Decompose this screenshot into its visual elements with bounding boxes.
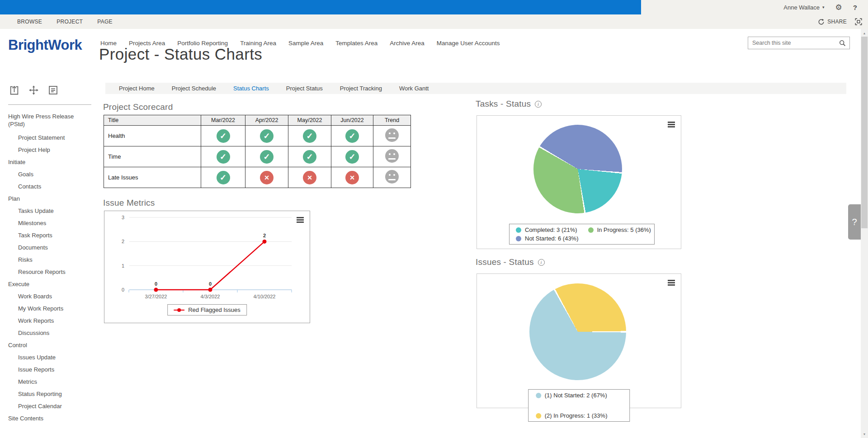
scroll-down-arrow-icon[interactable]: ▼ <box>861 430 868 438</box>
sidebar-item-metrics[interactable]: Metrics <box>8 378 86 386</box>
sidebar-item-task-reports[interactable]: Task Reports <box>8 231 86 239</box>
export-icon[interactable] <box>8 84 20 98</box>
sidebar-item-contacts[interactable]: Contacts <box>8 183 86 190</box>
sidebar-item-status-reporting[interactable]: Status Reporting <box>8 390 86 398</box>
check-status-icon: ✓ <box>217 129 230 143</box>
tab-project-schedule[interactable]: Project Schedule <box>172 85 216 92</box>
tab-status-charts[interactable]: Status Charts <box>233 85 269 92</box>
legend-item--2-in-progress[interactable]: (2) In Progress: 1 (33%) <box>536 412 608 419</box>
svg-text:2: 2 <box>263 233 266 238</box>
info-icon[interactable]: i <box>538 259 545 266</box>
check-status-icon: ✓ <box>217 171 230 184</box>
user-menu[interactable]: Anne Wallace ▾ <box>783 4 824 11</box>
sidebar-item-control[interactable]: Control <box>8 341 86 349</box>
chart-menu-icon[interactable] <box>297 217 304 223</box>
legend-item--1-not-started[interactable]: (1) Not Started: 2 (67%) <box>536 392 607 399</box>
sidebar-item-work-reports[interactable]: Work Reports <box>8 317 86 325</box>
sidebar-item-project-help[interactable]: Project Help <box>8 146 86 154</box>
svg-text:0: 0 <box>122 287 124 292</box>
sidebar-item-issue-reports[interactable]: Issue Reports <box>8 366 86 373</box>
focus-mode-button[interactable] <box>855 18 862 25</box>
sidebar-item-documents[interactable]: Documents <box>8 244 86 251</box>
ribbon-tab-project[interactable]: PROJECT <box>57 19 83 25</box>
row-title: Time <box>104 146 201 167</box>
column-header-mar-2022: Mar/2022 <box>201 115 245 126</box>
column-header-jun-2022: Jun/2022 <box>331 115 373 126</box>
svg-text:2: 2 <box>122 239 124 244</box>
column-header-trend: Trend <box>373 115 411 126</box>
top-nav-item-sample-area[interactable]: Sample Area <box>288 40 323 47</box>
brightwork-logo[interactable]: BrightWork <box>8 37 82 53</box>
help-flyout-button[interactable]: ? <box>848 204 861 240</box>
legend-label: Completed: 3 (21%) <box>525 226 577 233</box>
legend-item-not-started[interactable]: Not Started: 6 (43%) <box>516 235 579 242</box>
sidebar-item-discussions[interactable]: Discussions <box>8 329 86 337</box>
scorecard-heading: Project Scorecard <box>103 102 173 112</box>
sidebar-item-execute[interactable]: Execute <box>8 280 86 288</box>
legend-swatch <box>516 227 521 233</box>
tab-work-gantt[interactable]: Work Gantt <box>399 85 429 92</box>
check-status-icon: ✓ <box>345 150 359 164</box>
chart-menu-icon[interactable] <box>668 122 675 127</box>
svg-text:3: 3 <box>122 215 124 220</box>
svg-text:4/10/2022: 4/10/2022 <box>254 294 276 299</box>
svg-text:3/27/2022: 3/27/2022 <box>145 294 167 299</box>
scroll-up-arrow-icon[interactable]: ▲ <box>861 29 868 37</box>
top-nav-item-archive-area[interactable]: Archive Area <box>390 40 425 47</box>
edit-links-icon[interactable] <box>47 84 59 98</box>
neutral-status-icon <box>385 128 399 142</box>
search-button[interactable] <box>837 40 849 47</box>
issues-status-pie[interactable] <box>529 283 626 380</box>
svg-text:0: 0 <box>155 281 157 287</box>
settings-gear-icon[interactable]: ⚙ <box>835 4 842 11</box>
line-legend-item[interactable]: Red Flagged Issues <box>167 304 247 316</box>
neutral-status-icon <box>385 170 399 184</box>
legend-item-in-progress[interactable]: In Progress: 5 (36%) <box>588 226 651 233</box>
sidebar-item-plan[interactable]: Plan <box>8 195 86 203</box>
vertical-scrollbar[interactable]: ▲ ▼ <box>861 29 868 438</box>
sidebar-item-tasks-update[interactable]: Tasks Update <box>8 207 86 215</box>
share-button[interactable]: SHARE <box>818 19 847 25</box>
sidebar-item-resource-reports[interactable]: Resource Reports <box>8 268 86 276</box>
ribbon-tab-page[interactable]: PAGE <box>97 19 113 25</box>
top-nav-item-templates-area[interactable]: Templates Area <box>335 40 377 47</box>
legend-label: Not Started: 6 (43%) <box>525 235 579 242</box>
sidebar-item-high-wire-press-release-pstd-[interactable]: High Wire Press Release (PStd) <box>8 113 86 128</box>
legend-label: (1) Not Started: 2 (67%) <box>545 392 607 399</box>
sidebar-divider <box>8 104 91 105</box>
tab-project-tracking[interactable]: Project Tracking <box>340 85 382 92</box>
sidebar-item-site-contents[interactable]: Site Contents <box>8 414 86 422</box>
sidebar-item-risks[interactable]: Risks <box>8 256 86 264</box>
sidebar-item-project-statement[interactable]: Project Statement <box>8 134 86 141</box>
sidebar-item-work-boards[interactable]: Work Boards <box>8 292 86 300</box>
info-icon[interactable]: i <box>535 101 542 108</box>
check-status-icon: ✓ <box>260 150 274 164</box>
sidebar-item-my-work-reports[interactable]: My Work Reports <box>8 305 86 312</box>
legend-label: (2) In Progress: 1 (33%) <box>545 412 608 419</box>
check-status-icon: ✓ <box>260 129 274 143</box>
top-nav-item-manage-user-accounts[interactable]: Manage User Accounts <box>437 40 500 47</box>
issue-metrics-heading: Issue Metrics <box>103 198 155 208</box>
help-icon[interactable]: ? <box>853 4 857 11</box>
sidebar-item-goals[interactable]: Goals <box>8 170 86 178</box>
sidebar-item-project-calendar[interactable]: Project Calendar <box>8 402 86 410</box>
sidebar-item-initiate[interactable]: Initiate <box>8 158 86 166</box>
cross-status-icon: ✕ <box>303 171 316 184</box>
search-input[interactable] <box>748 40 837 46</box>
check-status-icon: ✓ <box>303 150 316 164</box>
scrollbar-thumb[interactable] <box>861 37 868 228</box>
tab-project-status[interactable]: Project Status <box>286 85 323 92</box>
column-header-may-2022: May/2022 <box>288 115 331 126</box>
sidebar-item-issues-update[interactable]: Issues Update <box>8 353 86 361</box>
move-arrows-icon[interactable] <box>28 84 40 98</box>
svg-text:0: 0 <box>209 281 212 287</box>
ribbon-tab-browse[interactable]: BROWSE <box>17 19 42 25</box>
legend-item-completed[interactable]: Completed: 3 (21%) <box>516 226 577 233</box>
chart-menu-icon[interactable] <box>668 280 675 286</box>
table-row: Time✓✓✓✓ <box>104 146 411 167</box>
sidebar-item-milestones[interactable]: Milestones <box>8 219 86 227</box>
tab-project-home[interactable]: Project Home <box>119 85 155 92</box>
issues-status-legend: (1) Not Started: 2 (67%)(2) In Progress:… <box>528 389 630 422</box>
tasks-status-heading: Tasks - Statusi <box>476 99 542 109</box>
tasks-status-pie[interactable] <box>533 125 622 213</box>
